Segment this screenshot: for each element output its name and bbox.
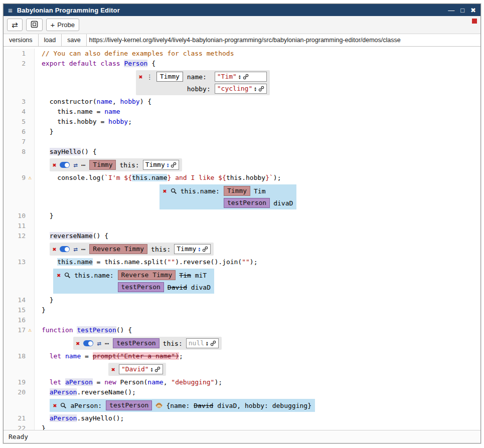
value-input[interactable]: "cycling"▲▼ — [215, 84, 267, 94]
window-controls: — □ ✖ — [448, 7, 476, 14]
add-probe-button[interactable]: + Probe — [46, 19, 79, 31]
magnifier-icon — [60, 402, 67, 409]
close-button[interactable]: ✖ — [470, 7, 476, 14]
code-token: sayHello — [50, 148, 81, 155]
widget-row: ✖this.name:Reverse TimmyTim miTtestPerso… — [4, 267, 480, 295]
line-number: 22 — [18, 423, 26, 430]
inspect-frame-button[interactable] — [26, 19, 43, 31]
status-text: Ready — [9, 433, 28, 440]
example-active-toggle[interactable] — [83, 340, 93, 346]
value-stepper-icon[interactable]: ▲▼ — [198, 247, 200, 252]
line-number: 8 — [22, 147, 26, 157]
code-text — [35, 137, 480, 147]
value-stepper-icon[interactable]: ▲▼ — [254, 86, 256, 91]
widget-area: ✖this.name:Reverse TimmyTim miTtestPerso… — [35, 267, 480, 295]
code-token: .sayHello(); — [77, 414, 124, 422]
warning-icon: ⚠ — [26, 173, 34, 183]
link-connection-icon[interactable] — [202, 246, 208, 252]
more-options-icon[interactable]: ⋯ — [105, 340, 109, 347]
gutter-cell: 21 — [4, 413, 35, 423]
value-input[interactable]: "David"▲▼ — [119, 364, 163, 374]
close-widget-button[interactable]: ✖ — [53, 162, 57, 168]
example-badge[interactable]: testPerson — [118, 282, 164, 292]
close-widget-button[interactable]: ✖ — [139, 74, 143, 80]
probe-value-part: {name: — [166, 402, 194, 409]
close-widget-button[interactable]: ✖ — [53, 402, 57, 409]
drag-handle-icon[interactable]: ⋮ — [146, 73, 153, 81]
code-token: ); — [250, 258, 258, 266]
code-token — [42, 258, 57, 266]
close-widget-button[interactable]: ✖ — [57, 272, 61, 279]
example-badge[interactable]: Reverse Timmy — [118, 270, 176, 280]
link-connection-icon[interactable] — [258, 86, 264, 92]
load-button[interactable]: load — [39, 34, 62, 46]
code-token: } — [42, 296, 53, 304]
value-stepper-icon[interactable]: ▲▼ — [151, 367, 153, 372]
code-text: aPerson.sayHello(); — [35, 413, 480, 423]
switch-example-icon[interactable]: ⇄ — [73, 161, 77, 168]
code-editor[interactable]: 1// You can also define examples for cla… — [4, 47, 480, 430]
code-token: } — [42, 424, 46, 430]
probe-value-part: divaD, hobby: debugging} — [213, 402, 311, 409]
more-options-icon[interactable]: ⋯ — [81, 246, 86, 253]
code-token: ).reverse().join( — [175, 258, 242, 266]
value-stepper-icon[interactable]: ▲▼ — [239, 74, 241, 79]
close-widget-button[interactable]: ✖ — [76, 340, 80, 347]
code-text: constructor(name, hobby) { — [35, 97, 480, 107]
example-badge[interactable]: testPerson — [224, 198, 270, 208]
close-widget-button[interactable]: ✖ — [53, 246, 57, 253]
minimize-button[interactable]: — — [448, 7, 454, 14]
menu-icon[interactable]: ≡ — [8, 6, 13, 15]
more-options-icon[interactable]: ⋯ — [81, 161, 86, 168]
widget-area: ✖⇄⋯testPersonthis:null▲▼ — [35, 335, 480, 351]
status-bar: Ready — [4, 430, 480, 443]
code-token — [42, 352, 50, 360]
code-text: } — [35, 305, 480, 315]
widget-row: ✖this.name:TimmyTimtestPersondivaD — [4, 183, 480, 211]
code-text: this.name = this.name.split("").reverse(… — [35, 257, 480, 267]
example-badge[interactable]: Timmy — [89, 160, 116, 170]
code-line: 4 this.name = name — [4, 107, 480, 117]
value-text: "Tim" — [217, 72, 237, 81]
switch-example-icon[interactable]: ⇄ — [73, 246, 77, 253]
switch-example-icon[interactable]: ⇄ — [97, 340, 101, 347]
example-name-input[interactable]: Timmy — [156, 72, 183, 82]
magnifier-icon — [171, 188, 177, 194]
example-active-toggle[interactable] — [60, 246, 70, 252]
example-badge[interactable]: testPerson — [113, 338, 159, 348]
maximize-button[interactable]: □ — [460, 7, 464, 14]
value-input[interactable]: "Tim"▲▼ — [215, 72, 267, 82]
example-badge[interactable]: Reverse Timmy — [89, 244, 147, 254]
value-input[interactable]: Timmy▲▼ — [143, 160, 180, 170]
url-input[interactable] — [87, 34, 480, 46]
versions-button[interactable]: versions — [4, 34, 39, 46]
gutter-cell: 15 — [4, 305, 35, 315]
code-token: function — [42, 326, 73, 334]
code-text: let aPerson = new Person(name, "debuggin… — [35, 377, 480, 387]
close-widget-button[interactable]: ✖ — [163, 188, 167, 194]
example-badge[interactable]: testPerson — [106, 400, 152, 410]
save-button[interactable]: save — [62, 34, 86, 46]
probe-value-part: David — [194, 402, 213, 409]
link-connection-icon[interactable] — [154, 366, 160, 372]
code-token — [61, 378, 65, 386]
value-input[interactable]: Timmy▲▼ — [174, 244, 211, 254]
plus-icon: + — [51, 21, 55, 29]
link-connection-icon[interactable] — [243, 74, 249, 80]
gutter-cell — [4, 267, 35, 295]
example-badge[interactable]: Timmy — [224, 186, 250, 196]
close-widget-button[interactable]: ✖ — [111, 366, 115, 373]
code-line: 7 — [4, 137, 480, 147]
link-connection-icon[interactable] — [210, 340, 216, 346]
value-stepper-icon[interactable]: ▲▼ — [167, 162, 169, 167]
line-number: 15 — [18, 305, 26, 315]
example-active-toggle[interactable] — [60, 162, 70, 168]
code-token: aPerson — [50, 414, 77, 422]
gutter-cell: 4 — [4, 107, 35, 117]
titlebar[interactable]: ≡ Babylonian Programming Editor — □ ✖ — [4, 4, 480, 16]
widget-area: ✖⋮Timmyname:"Tim"▲▼hobby:"cycling"▲▼ — [35, 69, 480, 97]
swap-button[interactable]: ⇄ — [7, 19, 23, 31]
link-connection-icon[interactable] — [171, 162, 177, 168]
value-stepper-icon[interactable]: ▲▼ — [206, 341, 208, 346]
value-input[interactable]: null▲▼ — [186, 338, 219, 348]
